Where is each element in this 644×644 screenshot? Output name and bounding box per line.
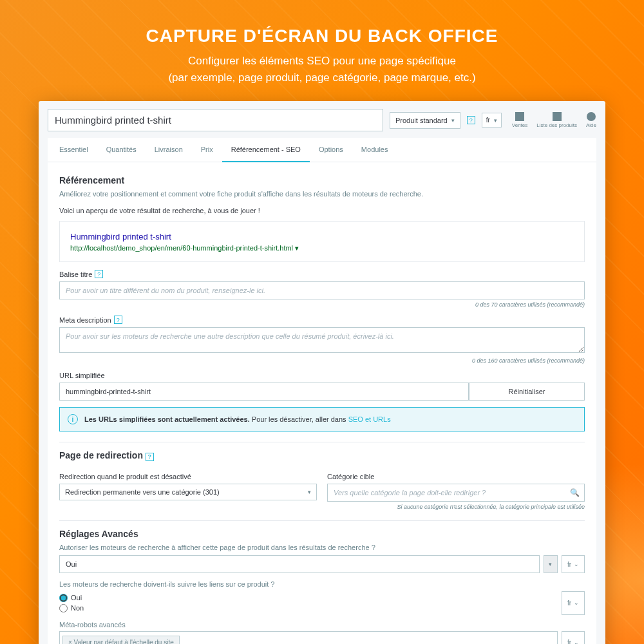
tab-livraison[interactable]: Livraison [146, 138, 192, 162]
lang-select[interactable]: fr⌄ [562, 631, 585, 644]
friendly-url-label: URL simplifiée [59, 372, 585, 379]
backoffice-panel: Produit standard▾ ? fr▾ Ventes Liste des… [39, 101, 605, 644]
seo-intro: Améliorez votre positionnement et commen… [59, 189, 585, 199]
help-link[interactable]: Aide [586, 112, 596, 128]
bar-chart-icon [515, 112, 524, 121]
caret-icon: ▾ [494, 117, 497, 124]
tab-r-f-rencement-seo[interactable]: Référencement - SEO [222, 138, 310, 162]
tab-essentiel[interactable]: Essentiel [50, 138, 97, 162]
friendly-url-alert: i Les URLs simplifiées sont actuellement… [59, 407, 585, 431]
hero-line2: (par exemple, page produit, page catégor… [39, 70, 605, 86]
product-title-input[interactable] [48, 109, 383, 131]
help-icon[interactable]: ? [467, 116, 475, 124]
lang-select[interactable]: fr▾ [482, 113, 502, 128]
follow-no-radio[interactable]: Non [59, 604, 558, 612]
chevron-down-icon: ⌄ [574, 639, 579, 644]
question-icon [587, 112, 596, 121]
lang-value: fr [486, 117, 490, 124]
meta-desc-input[interactable] [59, 327, 585, 353]
info-icon: i [68, 414, 78, 424]
friendly-url-input[interactable] [59, 383, 469, 401]
redirect-target-label: Catégorie cible [327, 473, 585, 480]
title-tag-label: Balise titre [59, 270, 92, 278]
redirect-type-value: Redirection permanente vers une catégori… [65, 488, 220, 496]
preview-label: Voici un aperçu de votre résultat de rec… [59, 207, 585, 214]
follow-links-label: Les moteurs de recherche doivent-ils sui… [59, 580, 585, 589]
title-tag-input[interactable] [59, 281, 585, 299]
redirect-heading: Page de redirection [59, 450, 143, 460]
hero-line1: Configurer les éléments SEO pour une pag… [39, 53, 605, 70]
tabs: EssentielQuantitésLivraisonPrixRéférence… [48, 138, 596, 162]
search-icon: 🔍 [570, 488, 580, 497]
reset-url-button[interactable]: Réinitialiser [469, 383, 585, 401]
meta-robots-label: Méta-robots avancés [59, 620, 585, 630]
redirect-note: Si aucune catégorie n'est sélectionnée, … [59, 504, 585, 510]
serp-title[interactable]: Hummingbird printed t-shirt [70, 232, 171, 242]
header-icons: Ventes Liste des produits Aide [512, 112, 596, 128]
seo-urls-link[interactable]: SEO et URLs [348, 415, 391, 423]
hero-title: CAPTURE D'ÉCRAN DU BACK OFFICE [39, 26, 605, 46]
tab-modules[interactable]: Modules [352, 138, 397, 162]
allow-index-label: Autoriser les moteurs de recherche à aff… [59, 543, 585, 553]
dropdown-toggle[interactable]: ▾ [544, 555, 558, 573]
list-icon [553, 112, 562, 121]
product-type-select[interactable]: Produit standard▾ [390, 112, 460, 129]
caret-icon: ▾ [295, 244, 299, 252]
tab-quantit-s[interactable]: Quantités [97, 138, 146, 162]
meta-desc-hint: 0 des 160 caractères utilisés (recommand… [59, 357, 585, 364]
redirect-type-select[interactable]: Redirection permanente vers une catégori… [59, 484, 317, 500]
alert-text: Pour les désactiver, aller dans [250, 415, 348, 423]
chevron-down-icon: ⌄ [574, 600, 579, 606]
robots-default-chip[interactable]: × Valeur par défaut à l'échelle du site [62, 636, 180, 644]
advanced-heading: Réglages Avancés [59, 529, 585, 539]
topbar: Produit standard▾ ? fr▾ Ventes Liste des… [39, 101, 605, 138]
sales-link[interactable]: Ventes [512, 112, 527, 128]
caret-icon: ▾ [451, 117, 455, 124]
redirect-when-label: Redirection quand le produit est désacti… [59, 473, 317, 480]
product-type-value: Produit standard [395, 117, 448, 124]
tab-prix[interactable]: Prix [192, 138, 222, 162]
help-icon[interactable]: ? [114, 316, 122, 324]
title-tag-hint: 0 des 70 caractères utilisés (recommandé… [59, 301, 585, 308]
serp-url: http://localhost/demo_shop/en/men/60-hum… [70, 244, 293, 252]
help-icon[interactable]: ? [146, 453, 154, 461]
seo-heading: Référencement [59, 175, 585, 185]
allow-index-select[interactable] [59, 555, 540, 573]
caret-icon: ▾ [308, 489, 311, 495]
meta-desc-label: Meta description [59, 316, 111, 324]
lang-select[interactable]: fr⌄ [562, 591, 585, 615]
follow-yes-radio[interactable]: Oui [59, 594, 558, 602]
chevron-down-icon: ⌄ [574, 561, 579, 567]
serp-preview: Hummingbird printed t-shirt http://local… [59, 221, 585, 262]
redirect-target-input[interactable] [327, 484, 585, 502]
alert-bold: Les URLs simplifiées sont actuellement a… [84, 415, 250, 423]
tab-options[interactable]: Options [310, 138, 352, 162]
product-list-link[interactable]: Liste des produits [536, 112, 577, 128]
help-icon[interactable]: ? [95, 270, 103, 278]
lang-select[interactable]: fr⌄ [562, 555, 585, 573]
